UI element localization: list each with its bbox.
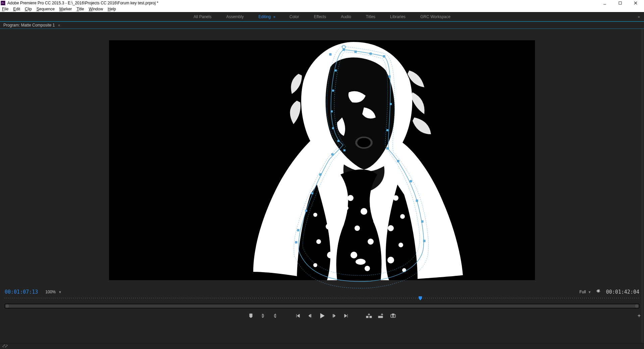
svg-point-27 — [356, 259, 366, 265]
svg-rect-57 — [378, 316, 380, 318]
menu-help[interactable]: Help — [108, 7, 116, 11]
close-button[interactable] — [628, 0, 643, 6]
workspace-color[interactable]: Color — [282, 12, 307, 21]
svg-point-20 — [361, 208, 367, 215]
export-frame-icon[interactable] — [389, 312, 397, 319]
settings-icon[interactable] — [596, 289, 601, 295]
step-back-icon[interactable] — [306, 312, 314, 319]
duration-timecode: 00:01:42:04 — [606, 289, 639, 295]
svg-point-12 — [313, 263, 317, 267]
go-to-out-icon[interactable] — [342, 312, 350, 319]
workspace-effects[interactable]: Effects — [307, 12, 333, 21]
add-marker-icon[interactable] — [247, 312, 255, 319]
playhead[interactable] — [419, 296, 422, 301]
video-canvas[interactable] — [109, 40, 535, 280]
resolution-dropdown-icon[interactable]: ▼ — [588, 290, 591, 294]
svg-rect-56 — [370, 316, 372, 318]
workspace-grc[interactable]: GRC Workspace — [413, 12, 458, 21]
svg-point-8 — [313, 213, 317, 217]
menu-marker[interactable]: Marker — [59, 7, 72, 11]
svg-point-60 — [392, 315, 394, 317]
matte-image — [109, 40, 535, 280]
menu-edit[interactable]: Edit — [13, 7, 20, 11]
svg-point-7 — [321, 195, 326, 201]
svg-rect-61 — [392, 314, 394, 315]
zoom-handle-left[interactable] — [5, 304, 9, 308]
svg-point-18 — [402, 268, 406, 272]
svg-point-26 — [373, 219, 381, 224]
grip-icon[interactable]: ≡ — [273, 15, 275, 19]
svg-point-25 — [339, 205, 348, 211]
timeline-zoom-scrollbar[interactable] — [5, 304, 639, 308]
link-icon[interactable] — [2, 343, 8, 349]
program-monitor[interactable]: 00:01:07:13 100% ▼ Full ▼ 00:01:42:04 — [0, 29, 644, 343]
workspace-audio[interactable]: Audio — [333, 12, 359, 21]
window-title: Adobe Premiere Pro CC 2015.3 - E:\_2016\… — [7, 1, 158, 5]
svg-point-19 — [347, 195, 354, 201]
menu-title[interactable]: Title — [76, 7, 84, 11]
lift-icon[interactable] — [365, 312, 373, 319]
menu-window[interactable]: Window — [89, 7, 103, 11]
svg-rect-55 — [366, 316, 368, 318]
panel-menu-icon[interactable]: ≡ — [58, 23, 59, 27]
program-panel-title: Program: Matte Composite 1 — [3, 23, 55, 28]
workspace-overflow-button[interactable]: » — [638, 14, 640, 19]
workspace-tabs: All Panels Assembly Editing≡ Color Effec… — [0, 12, 644, 21]
vertical-scrollbar[interactable] — [641, 29, 643, 343]
mark-out-icon[interactable] — [271, 312, 279, 319]
svg-point-21 — [355, 226, 360, 231]
svg-point-6 — [357, 138, 371, 147]
zoom-handle-right[interactable] — [635, 304, 639, 308]
svg-point-14 — [400, 214, 405, 219]
maximize-button[interactable] — [612, 0, 628, 6]
svg-point-13 — [393, 195, 398, 201]
workspace-titles[interactable]: Titles — [359, 12, 383, 21]
current-timecode[interactable]: 00:01:07:13 — [5, 289, 38, 295]
svg-point-17 — [387, 257, 394, 263]
menu-sequence[interactable]: Sequence — [37, 7, 55, 11]
zoom-dropdown-icon[interactable]: ▼ — [58, 290, 62, 294]
svg-point-24 — [365, 266, 370, 271]
svg-point-23 — [351, 252, 357, 258]
svg-rect-1 — [619, 2, 622, 4]
menu-file[interactable]: File — [2, 7, 8, 11]
playback-resolution[interactable]: Full — [579, 290, 586, 294]
extract-icon[interactable] — [377, 312, 385, 319]
button-editor-icon[interactable]: + — [638, 313, 641, 319]
svg-point-15 — [388, 225, 394, 231]
menu-clip[interactable]: Clip — [25, 7, 32, 11]
svg-marker-54 — [419, 296, 422, 300]
mark-in-icon[interactable] — [259, 312, 267, 319]
go-to-in-icon[interactable] — [294, 312, 302, 319]
workspace-libraries[interactable]: Libraries — [383, 12, 413, 21]
workspace-assembly[interactable]: Assembly — [219, 12, 251, 21]
workspace-editing[interactable]: Editing≡ — [251, 12, 282, 21]
status-bar — [0, 343, 644, 349]
svg-point-22 — [368, 239, 374, 245]
minimize-button[interactable] — [597, 0, 612, 6]
svg-point-10 — [316, 239, 321, 244]
play-icon[interactable] — [318, 312, 326, 319]
zoom-level[interactable]: 100% — [45, 290, 56, 294]
workspace-all-panels[interactable]: All Panels — [186, 12, 219, 21]
mini-timeline[interactable] — [5, 297, 639, 302]
app-icon: Pr — [1, 1, 5, 5]
svg-point-16 — [398, 243, 403, 247]
svg-rect-58 — [381, 316, 383, 318]
step-forward-icon[interactable] — [330, 312, 338, 319]
transport-controls: + — [0, 310, 644, 322]
svg-point-11 — [327, 252, 334, 258]
svg-point-9 — [326, 223, 332, 230]
